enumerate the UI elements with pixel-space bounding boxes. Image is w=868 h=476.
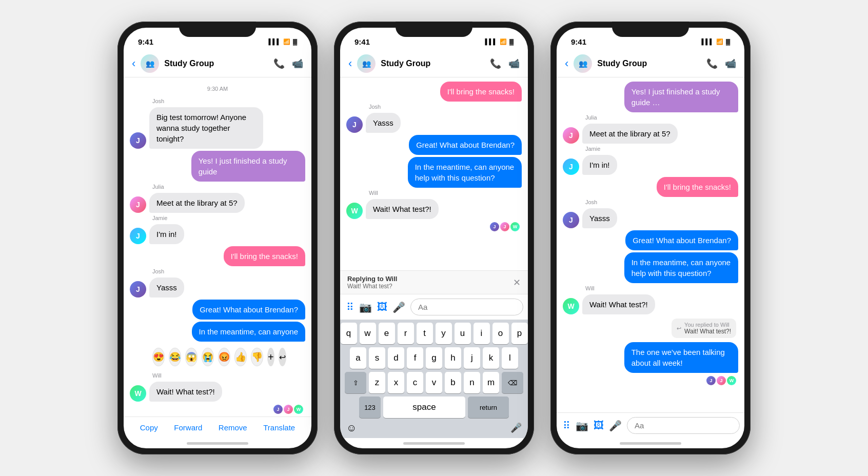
bubble3-4[interactable]: I'll bring the snacks! [657, 177, 738, 197]
back-button-2[interactable]: ‹ [348, 57, 352, 70]
apps-icon-3[interactable]: ⠿ [563, 420, 570, 432]
key-m[interactable]: m [483, 372, 499, 393]
bubble3-2[interactable]: Meet at the library at 5? [582, 124, 678, 144]
call-icon-1[interactable]: 📞 [273, 58, 285, 69]
react-angry[interactable]: 😡 [218, 348, 230, 366]
mic-keyboard-icon[interactable]: 🎤 [510, 422, 522, 434]
key-z[interactable]: z [369, 372, 385, 393]
camera-icon[interactable]: 📷 [359, 301, 372, 313]
key-q[interactable]: q [341, 323, 357, 344]
video-icon-2[interactable]: 📹 [508, 58, 520, 69]
camera-icon-3[interactable]: 📷 [576, 420, 588, 432]
key-s[interactable]: s [369, 347, 385, 369]
bubble-7[interactable]: Great! What about Brendan? [192, 300, 305, 320]
phone-1: 9:41 ▌▌▌ 📶 ▓ ‹ 👥 Study Group 📞 📹 [117, 22, 318, 454]
apps-icon[interactable]: ⠿ [346, 301, 354, 313]
call-icon-2[interactable]: 📞 [490, 58, 501, 69]
translate-button[interactable]: Translate [263, 423, 295, 432]
react-love[interactable]: 😍 [152, 348, 165, 366]
key-123[interactable]: 123 [359, 396, 381, 418]
react-wow[interactable]: 😱 [185, 348, 198, 366]
key-j[interactable]: j [464, 347, 480, 369]
bubble3-3[interactable]: I'm in! [582, 155, 617, 175]
bubble3-6[interactable]: Great! What about Brendan? [625, 230, 738, 250]
bubble3-1[interactable]: Yes! I just finished a study guide … [624, 82, 738, 112]
bubble-5[interactable]: I'll bring the snacks! [224, 246, 305, 266]
mic-icon[interactable]: 🎤 [392, 301, 405, 313]
key-a[interactable]: a [350, 347, 366, 369]
key-t[interactable]: t [417, 323, 433, 344]
msg3-row-3: J I'm in! [563, 155, 738, 175]
back-button-3[interactable]: ‹ [565, 57, 568, 70]
bubble3-8[interactable]: Wait! What test?! [582, 294, 655, 314]
key-v[interactable]: v [426, 372, 442, 393]
react-laugh[interactable]: 😂 [169, 348, 181, 366]
home-bar-3 [557, 438, 744, 448]
key-r[interactable]: r [398, 323, 414, 344]
key-shift[interactable]: ⇧ [345, 372, 366, 393]
key-g[interactable]: g [426, 347, 442, 369]
key-u[interactable]: u [455, 323, 471, 344]
key-b[interactable]: b [445, 372, 461, 393]
copy-button[interactable]: Copy [140, 423, 158, 432]
status-icons-2: ▌▌▌ 📶 ▓ [485, 38, 514, 45]
key-backspace[interactable]: ⌫ [502, 372, 523, 393]
sender3-julia: Julia [585, 114, 738, 121]
key-k[interactable]: k [483, 347, 499, 369]
phone-2: 9:41 ▌▌▌ 📶 ▓ ‹ 👥 Study Group 📞 📹 [334, 22, 534, 454]
bubble-2[interactable]: Yes! I just finished a study guide [191, 151, 305, 182]
close-reply-button[interactable]: ✕ [513, 277, 521, 288]
key-c[interactable]: c [407, 372, 423, 393]
key-p[interactable]: p [511, 323, 528, 344]
time-divider-1: 9:30 AM [130, 86, 305, 92]
bubble3-7[interactable]: In the meantime, can anyone help with th… [624, 252, 738, 283]
key-i[interactable]: i [474, 323, 490, 344]
bubble3-5[interactable]: Yasss [582, 208, 617, 228]
key-l[interactable]: l [502, 347, 518, 369]
bubble2-4[interactable]: In the meantime, can anyone help with th… [408, 157, 522, 188]
bubble-4[interactable]: I'm in! [149, 224, 184, 244]
bubble2-3[interactable]: Great! What about Brendan? [409, 135, 522, 155]
key-y[interactable]: y [436, 323, 452, 344]
key-e[interactable]: e [379, 323, 395, 344]
photo-icon[interactable]: 🖼 [377, 301, 387, 313]
video-icon-3[interactable]: 📹 [725, 58, 736, 69]
key-w[interactable]: w [360, 323, 376, 344]
bubble-6[interactable]: Yasss [149, 277, 184, 298]
key-n[interactable]: n [464, 372, 480, 393]
key-f[interactable]: f [407, 347, 423, 369]
bubble2-2[interactable]: Yasss [366, 113, 401, 133]
message-input-3[interactable] [627, 417, 740, 434]
group-avatar-3: 👥 [574, 54, 592, 73]
emoji-keyboard-icon[interactable]: ☺ [346, 422, 357, 434]
forward-button[interactable]: Forward [174, 423, 202, 432]
key-h[interactable]: h [445, 347, 461, 369]
key-space[interactable]: space [383, 396, 465, 418]
remove-button[interactable]: Remove [219, 423, 247, 432]
keyboard-2[interactable]: q w e r t y u i o p a s d f g h [340, 320, 528, 438]
mic-icon-3[interactable]: 🎤 [609, 420, 622, 432]
react-reply[interactable]: ↩ [279, 348, 286, 366]
key-return[interactable]: return [468, 396, 509, 418]
bubble2-5[interactable]: Wait! What test?! [366, 199, 439, 219]
bubble-3[interactable]: Meet at the library at 5? [149, 193, 245, 213]
bubble3-9[interactable]: The one we've been talking about all wee… [624, 342, 738, 373]
call-icon-3[interactable]: 📞 [706, 58, 718, 69]
back-button-1[interactable]: ‹ [132, 57, 135, 70]
key-x[interactable]: x [388, 372, 404, 393]
react-add[interactable]: + [267, 348, 274, 366]
react-thumbdown[interactable]: 👎 [251, 348, 263, 366]
video-icon-1[interactable]: 📹 [292, 58, 303, 69]
photo-icon-3[interactable]: 🖼 [594, 420, 604, 432]
bubble2-1[interactable]: I'll bring the snacks! [440, 82, 522, 102]
message-input-2[interactable] [410, 299, 523, 315]
bubble-8[interactable]: In the meantime, can anyone [192, 322, 305, 342]
react-thumbup[interactable]: 👍 [234, 348, 247, 366]
bubble-1[interactable]: Big test tomorrow! Anyone wanna study to… [149, 107, 263, 149]
key-o[interactable]: o [492, 323, 509, 344]
bubble-9[interactable]: Wait! What test?! [149, 382, 222, 402]
replied-to-label: You replied to Will [684, 322, 731, 328]
react-cry[interactable]: 😭 [202, 348, 214, 366]
key-d[interactable]: d [388, 347, 404, 369]
will-avatar-2: W [346, 203, 363, 219]
